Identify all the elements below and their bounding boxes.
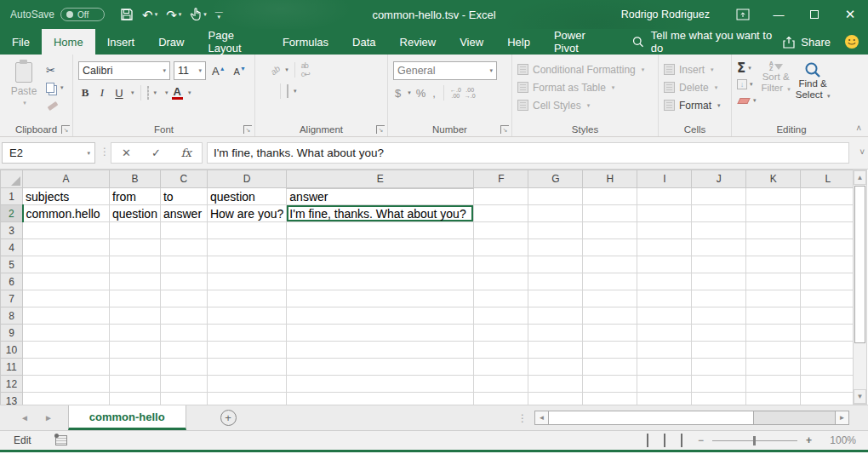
underline-button[interactable]: U: [112, 87, 126, 100]
cell-L1[interactable]: [801, 188, 855, 205]
cell-G9[interactable]: [528, 325, 583, 342]
cell-J11[interactable]: [692, 359, 746, 376]
cell-B9[interactable]: [110, 325, 161, 342]
cell-H12[interactable]: [583, 376, 637, 393]
merge-center-button[interactable]: [287, 85, 288, 97]
cell-L5[interactable]: [801, 256, 855, 273]
tab-formulas[interactable]: Formulas: [271, 29, 340, 55]
zoom-out-button[interactable]: −: [698, 434, 704, 446]
column-header-H[interactable]: H: [583, 170, 637, 188]
row-header-10[interactable]: 10: [1, 342, 23, 359]
wrap-text-button[interactable]: abc↩: [301, 61, 310, 78]
cell-F6[interactable]: [474, 273, 528, 290]
sheet-nav-left-icon[interactable]: ◄: [20, 413, 29, 422]
cell-C1[interactable]: to: [160, 188, 207, 205]
cell-J3[interactable]: [692, 222, 746, 239]
cell-D11[interactable]: [207, 359, 286, 376]
cell-H6[interactable]: [583, 273, 637, 290]
cell-F4[interactable]: [474, 239, 528, 256]
italic-button[interactable]: I: [95, 86, 109, 100]
cell-G11[interactable]: [528, 359, 583, 376]
cell-D12[interactable]: [207, 376, 286, 393]
borders-dropdown-icon[interactable]: ▾: [154, 89, 157, 96]
cell-B8[interactable]: [110, 307, 161, 325]
bold-button[interactable]: B: [78, 86, 92, 100]
tab-view[interactable]: View: [448, 29, 495, 55]
cell-I1[interactable]: [637, 188, 692, 205]
clipboard-dialog-launcher[interactable]: ↘: [61, 125, 70, 134]
cell-L9[interactable]: [801, 325, 855, 342]
name-box-dropdown-icon[interactable]: ▾: [87, 150, 90, 157]
cell-A6[interactable]: [23, 273, 110, 290]
cell-D5[interactable]: [207, 256, 286, 273]
cell-E13[interactable]: [287, 393, 474, 405]
cell-H10[interactable]: [583, 342, 637, 359]
cell-I9[interactable]: [637, 325, 692, 342]
scroll-right-icon[interactable]: ►: [835, 411, 849, 425]
row-header-3[interactable]: 3: [1, 222, 23, 239]
formula-bar-expand-button[interactable]: ˅: [859, 147, 865, 157]
cell-B7[interactable]: [110, 290, 161, 307]
cell-J1[interactable]: [692, 188, 746, 205]
cell-J6[interactable]: [692, 273, 746, 290]
cell-G10[interactable]: [528, 342, 583, 359]
minimize-button[interactable]: —: [761, 0, 797, 29]
alignment-dialog-launcher[interactable]: ↘: [376, 125, 385, 134]
cell-D10[interactable]: [207, 342, 286, 359]
cell-H3[interactable]: [583, 222, 637, 239]
cell-F5[interactable]: [474, 256, 528, 273]
cell-G1[interactable]: [528, 188, 583, 205]
cell-I2[interactable]: [637, 205, 692, 222]
cell-F8[interactable]: [474, 307, 528, 325]
cell-J2[interactable]: [692, 205, 746, 222]
cell-E8[interactable]: [287, 307, 474, 325]
conditional-formatting-button[interactable]: Conditional Formatting▾: [517, 62, 644, 77]
increase-decimal-button[interactable]: ←.0.00: [450, 87, 461, 99]
tab-file[interactable]: File: [0, 29, 42, 55]
cell-G4[interactable]: [528, 239, 583, 256]
zoom-slider[interactable]: [712, 440, 797, 441]
formula-input[interactable]: I'm fine, thanks. What about you?: [207, 142, 849, 164]
font-size-dropdown-icon[interactable]: ▾: [198, 67, 202, 74]
cell-A2[interactable]: common.hello: [23, 205, 110, 222]
cell-J9[interactable]: [692, 325, 746, 342]
cell-I8[interactable]: [637, 307, 692, 325]
account-user-name[interactable]: Rodrigo Rodriguez: [621, 9, 710, 20]
vertical-scrollbar[interactable]: ▲ ▼: [853, 170, 867, 405]
cell-D4[interactable]: [207, 239, 286, 256]
cell-F3[interactable]: [474, 222, 528, 239]
cell-C9[interactable]: [160, 325, 207, 342]
paste-dropdown-icon[interactable]: ▾: [23, 100, 26, 106]
cell-G8[interactable]: [528, 307, 583, 325]
cell-K4[interactable]: [746, 239, 801, 256]
cell-C11[interactable]: [160, 359, 207, 376]
cell-E4[interactable]: [287, 239, 474, 256]
cell-L11[interactable]: [801, 359, 855, 376]
cell-I3[interactable]: [637, 222, 692, 239]
font-color-button[interactable]: A: [172, 86, 183, 100]
cell-L12[interactable]: [801, 376, 855, 393]
cell-B4[interactable]: [110, 239, 161, 256]
cell-I13[interactable]: [637, 393, 692, 405]
tab-data[interactable]: Data: [340, 29, 387, 55]
column-header-A[interactable]: A: [23, 170, 110, 188]
cell-K5[interactable]: [746, 256, 801, 273]
cell-K1[interactable]: [746, 188, 801, 205]
cell-J8[interactable]: [692, 307, 746, 325]
cell-G6[interactable]: [528, 273, 583, 290]
normal-view-button[interactable]: [647, 434, 648, 446]
cell-H8[interactable]: [583, 307, 637, 325]
format-painter-button[interactable]: [46, 99, 64, 112]
maximize-button[interactable]: [797, 0, 832, 29]
column-header-L[interactable]: L: [801, 170, 855, 188]
cell-B3[interactable]: [110, 222, 161, 239]
tab-scroll-splitter[interactable]: ⋮: [517, 412, 528, 424]
column-header-K[interactable]: K: [746, 170, 801, 188]
column-header-J[interactable]: J: [692, 170, 746, 188]
cell-H11[interactable]: [583, 359, 637, 376]
fill-button[interactable]: ↓▾: [737, 78, 753, 91]
enter-entry-button[interactable]: ✓: [151, 147, 161, 159]
autosave-toggle[interactable]: AutoSave Off: [10, 8, 105, 21]
cell-E1[interactable]: answer: [287, 188, 474, 205]
cell-K8[interactable]: [746, 307, 801, 325]
